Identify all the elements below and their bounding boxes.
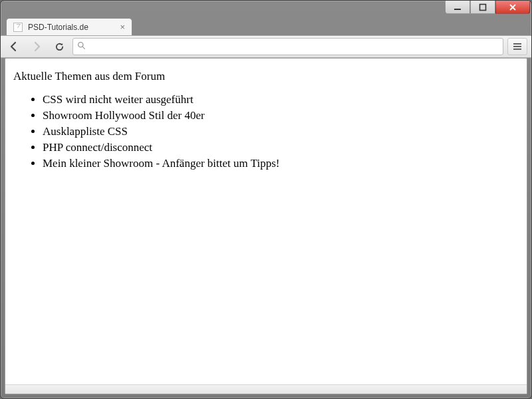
minimize-button[interactable]	[445, 1, 470, 14]
address-bar[interactable]	[72, 38, 503, 55]
list-item: CSS wird nicht weiter ausgeführt	[43, 92, 519, 108]
reload-button[interactable]	[50, 38, 68, 55]
list-item: Ausklappliste CSS	[43, 124, 519, 140]
url-input[interactable]	[90, 42, 499, 52]
forward-button[interactable]	[27, 38, 46, 55]
browser-toolbar	[1, 35, 531, 58]
search-icon	[77, 41, 86, 52]
tab-title: PSD-Tutorials.de	[28, 23, 114, 32]
page-icon	[13, 23, 23, 32]
menu-button[interactable]	[507, 38, 527, 55]
tab-close-icon[interactable]: ×	[120, 22, 125, 32]
page-content: Aktuelle Themen aus dem Forum CSS wird n…	[5, 59, 527, 384]
list-item: Mein kleiner Showroom - Anfänger bittet …	[43, 156, 519, 172]
list-item: Showroom Hollywood Stil der 40er	[43, 108, 519, 124]
svg-rect-4	[513, 43, 521, 45]
back-button[interactable]	[5, 38, 23, 55]
page-viewport: Aktuelle Themen aus dem Forum CSS wird n…	[5, 58, 527, 394]
browser-tab[interactable]: PSD-Tutorials.de ×	[6, 18, 132, 35]
page-heading: Aktuelle Themen aus dem Forum	[13, 69, 519, 84]
svg-rect-6	[513, 49, 521, 50]
window-controls	[445, 1, 530, 14]
browser-window: PSD-Tutorials.de × Aktuelle Themen aus d…	[0, 0, 532, 399]
svg-rect-1	[480, 4, 486, 10]
status-bar	[5, 384, 527, 394]
svg-rect-0	[454, 9, 461, 10]
svg-rect-5	[513, 46, 521, 47]
list-item: PHP connect/disconnect	[43, 140, 519, 156]
svg-line-3	[82, 47, 84, 49]
maximize-button[interactable]	[470, 1, 495, 14]
tab-strip: PSD-Tutorials.de ×	[1, 17, 531, 35]
forum-topic-list: CSS wird nicht weiter ausgeführt Showroo…	[13, 92, 519, 172]
close-button[interactable]	[495, 1, 530, 14]
